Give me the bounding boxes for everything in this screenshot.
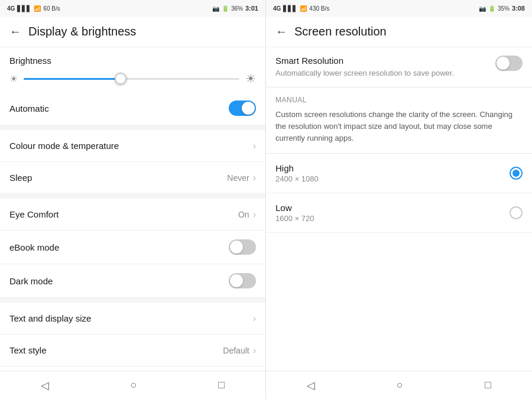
left-status-bar: 4G ▋▋▋ 📶 60 B/s 📷 🔋 36% 3:01 — [0, 0, 265, 17]
automatic-row[interactable]: Automatic — [0, 92, 265, 125]
right-wifi-icon: 📶 — [300, 5, 307, 12]
left-wifi-icon: 📶 — [34, 5, 41, 12]
smart-resolution-section[interactable]: Smart Resolution Automatically lower scr… — [266, 47, 532, 87]
brightness-section: Brightness ☀ ☀ — [0, 47, 265, 92]
dark-mode-toggle-knob — [230, 274, 243, 287]
left-page-title: Display & brightness — [28, 25, 136, 38]
right-status-right: 📷 🔋 35% 3:08 — [479, 5, 525, 12]
left-status-left: 4G ▋▋▋ 📶 60 B/s — [7, 5, 60, 12]
right-battery-percent: 35% — [498, 5, 510, 12]
right-recent-nav-icon[interactable]: □ — [485, 379, 491, 391]
left-header: ← Display & brightness — [0, 17, 265, 47]
colour-mode-right: › — [253, 141, 256, 151]
brightness-max-icon: ☀ — [245, 72, 256, 86]
text-style-row[interactable]: Text style Default › — [0, 335, 265, 366]
right-back-button[interactable]: ← — [275, 25, 287, 38]
colour-mode-chevron: › — [253, 141, 256, 151]
right-settings-content: Smart Resolution Automatically lower scr… — [266, 47, 532, 371]
high-res-radio[interactable] — [510, 167, 523, 180]
eye-comfort-label: Eye Comfort — [9, 209, 59, 219]
right-back-nav-icon[interactable]: ◁ — [307, 379, 315, 392]
sleep-row[interactable]: Sleep Never › — [0, 162, 265, 194]
sleep-value: Never — [227, 173, 249, 183]
high-res-radio-inner — [512, 170, 520, 177]
eye-comfort-chevron: › — [253, 209, 256, 220]
right-home-nav-icon[interactable]: ○ — [397, 379, 403, 391]
smart-resolution-title: Smart Resolution — [275, 56, 488, 66]
right-camera-icon: 📷 — [479, 5, 486, 12]
right-signal-icon: ▋▋▋ — [283, 5, 297, 12]
manual-description: Custom screen resolutions change the cla… — [266, 109, 532, 153]
divider-3 — [0, 298, 265, 303]
right-panel: 4G ▋▋▋ 📶 430 B/s 📷 🔋 35% 3:08 ← Screen r… — [266, 0, 532, 399]
eye-comfort-row[interactable]: Eye Comfort On › — [0, 199, 265, 231]
low-res-radio[interactable] — [510, 206, 523, 219]
eye-comfort-right: On › — [238, 209, 256, 220]
high-res-info: High 2400 × 1080 — [275, 163, 510, 183]
text-display-size-right: › — [253, 313, 256, 324]
left-settings-content: Brightness ☀ ☀ Automatic Colour mode & t… — [0, 47, 265, 371]
low-res-size: 1600 × 720 — [275, 214, 510, 223]
text-style-label: Text style — [9, 345, 47, 355]
colour-mode-row[interactable]: Colour mode & temperature › — [0, 130, 265, 162]
left-network-icon: 4G — [7, 5, 15, 12]
automatic-toggle-knob — [242, 102, 255, 115]
sleep-label: Sleep — [9, 173, 32, 183]
manual-section-header: MANUAL — [266, 87, 532, 109]
automatic-toggle[interactable] — [229, 100, 256, 116]
brightness-fill — [24, 78, 121, 80]
right-status-left: 4G ▋▋▋ 📶 430 B/s — [273, 5, 329, 12]
right-page-title: Screen resolution — [294, 25, 387, 38]
text-display-size-row[interactable]: Text and display size › — [0, 303, 265, 335]
left-time: 3:01 — [245, 5, 258, 12]
left-recent-nav-icon[interactable]: □ — [218, 379, 225, 391]
smart-resolution-text: Smart Resolution Automatically lower scr… — [275, 56, 488, 79]
text-display-size-label: Text and display size — [9, 313, 91, 323]
dark-mode-row[interactable]: Dark mode — [0, 264, 265, 298]
left-nav-bar: ◁ ○ □ — [0, 371, 265, 399]
left-camera-icon: 📷 — [212, 5, 219, 12]
right-header: ← Screen resolution — [266, 17, 532, 47]
screen-resolution-row[interactable]: Screen resolution Smart › — [0, 366, 265, 371]
dark-mode-label: Dark mode — [9, 276, 53, 286]
brightness-label: Brightness — [9, 56, 256, 66]
brightness-min-icon: ☀ — [9, 73, 18, 85]
smart-resolution-toggle[interactable] — [495, 56, 523, 71]
brightness-thumb[interactable] — [115, 73, 126, 85]
divider-2 — [0, 194, 265, 199]
high-resolution-option[interactable]: High 2400 × 1080 — [266, 154, 532, 193]
text-style-chevron: › — [253, 345, 256, 356]
ebook-mode-label: eBook mode — [9, 242, 59, 252]
left-status-right: 📷 🔋 36% 3:01 — [212, 5, 258, 12]
right-status-bar: 4G ▋▋▋ 📶 430 B/s 📷 🔋 35% 3:08 — [266, 0, 532, 17]
right-network-icon: 4G — [273, 5, 281, 12]
low-resolution-option[interactable]: Low 1600 × 720 — [266, 193, 532, 233]
brightness-track[interactable] — [24, 78, 239, 80]
left-battery-percent: 36% — [231, 5, 243, 12]
sleep-chevron: › — [253, 173, 256, 183]
left-panel: 4G ▋▋▋ 📶 60 B/s 📷 🔋 36% 3:01 ← Display &… — [0, 0, 266, 399]
left-back-nav-icon[interactable]: ◁ — [41, 379, 49, 392]
smart-resolution-toggle-knob — [497, 57, 510, 70]
text-style-value: Default — [223, 346, 249, 355]
divider-1 — [0, 125, 265, 130]
ebook-toggle-knob — [230, 241, 243, 254]
text-style-right: Default › — [223, 345, 256, 356]
ebook-mode-row[interactable]: eBook mode — [0, 231, 265, 264]
right-nav-bar: ◁ ○ □ — [266, 371, 532, 399]
brightness-slider[interactable]: ☀ ☀ — [9, 72, 256, 86]
colour-mode-label: Colour mode & temperature — [9, 141, 119, 151]
sleep-right: Never › — [227, 173, 256, 183]
high-res-name: High — [275, 163, 510, 173]
automatic-label: Automatic — [9, 103, 49, 113]
right-battery-icon: 🔋 — [488, 5, 495, 12]
smart-resolution-desc: Automatically lower screen resolution to… — [275, 68, 488, 79]
dark-mode-toggle[interactable] — [229, 273, 256, 288]
high-res-size: 2400 × 1080 — [275, 174, 510, 183]
right-time: 3:08 — [512, 5, 525, 12]
left-back-button[interactable]: ← — [9, 25, 21, 38]
text-display-size-chevron: › — [253, 313, 256, 324]
left-home-nav-icon[interactable]: ○ — [131, 379, 137, 391]
left-signal-icon: ▋▋▋ — [17, 5, 31, 12]
ebook-toggle[interactable] — [229, 239, 256, 255]
